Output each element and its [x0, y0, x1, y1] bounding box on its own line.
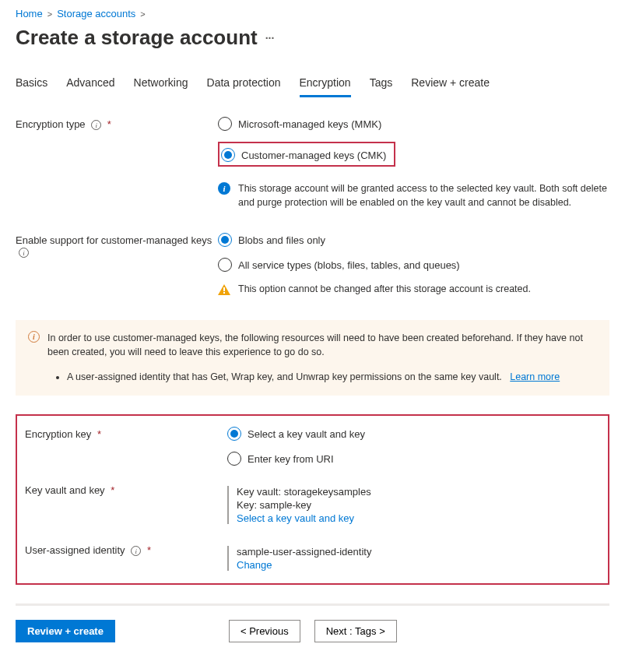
breadcrumb-storage-accounts[interactable]: Storage accounts [57, 8, 135, 19]
info-icon: i [28, 331, 40, 343]
review-create-button[interactable]: Review + create [16, 620, 115, 642]
cmk-support-warning: This option cannot be changed after this… [218, 283, 609, 297]
radio-icon [227, 427, 241, 441]
previous-button[interactable]: < Previous [229, 620, 300, 642]
radio-icon [218, 258, 232, 272]
breadcrumb-home[interactable]: Home [16, 8, 43, 19]
user-assigned-identity-value: sample-user-assigned-identity Change [227, 546, 600, 571]
callout-bullet: A user-assigned identity that has Get, W… [67, 369, 597, 385]
breadcrumb: Home > Storage accounts > [16, 8, 609, 19]
page-title: Create a storage account ··· [16, 26, 609, 50]
tab-advanced[interactable]: Advanced [66, 72, 114, 97]
wizard-footer: Review + create < Previous Next : Tags > [16, 620, 609, 642]
required-indicator: * [97, 428, 101, 440]
select-keyvault-link[interactable]: Select a key vault and key [237, 512, 354, 524]
tab-data-protection[interactable]: Data protection [207, 72, 281, 97]
highlight-key-settings: Encryption key * Select a key vault and … [16, 414, 609, 585]
chevron-right-icon: > [47, 9, 52, 19]
radio-cmk-label: Customer-managed keys (CMK) [241, 150, 386, 161]
tab-tags[interactable]: Tags [370, 72, 393, 97]
cmk-info-text: This storage account will be granted acc… [238, 182, 609, 209]
radio-icon [218, 117, 232, 131]
footer-divider [16, 603, 609, 606]
keyvault-value: Key vault: storagekeysamples [237, 486, 600, 498]
radio-mmk[interactable]: Microsoft-managed keys (MMK) [218, 117, 609, 131]
tab-networking[interactable]: Networking [134, 72, 188, 97]
chevron-right-icon: > [140, 9, 145, 19]
radio-select-keyvault[interactable]: Select a key vault and key [227, 427, 600, 441]
svg-rect-1 [223, 292, 225, 294]
tab-encryption[interactable]: Encryption [300, 72, 351, 97]
info-icon: i [218, 182, 230, 195]
key-value: Key: sample-key [237, 499, 600, 511]
callout-text: In order to use customer-managed keys, t… [47, 331, 597, 361]
page-title-text: Create a storage account [16, 26, 258, 50]
user-assigned-identity-label: User-assigned identity i * [25, 543, 227, 572]
prerequisites-callout: i In order to use customer-managed keys,… [16, 320, 609, 396]
radio-icon [218, 233, 232, 247]
next-button[interactable]: Next : Tags > [314, 620, 397, 642]
encryption-type-label: Encryption type i * [16, 117, 218, 225]
cmk-support-warning-text: This option cannot be changed after this… [238, 283, 531, 297]
radio-cmk[interactable]: Customer-managed keys (CMK) [221, 148, 386, 162]
svg-rect-0 [223, 287, 225, 291]
radio-icon [221, 148, 235, 162]
identity-value: sample-user-assigned-identity [237, 546, 600, 558]
required-indicator: * [107, 118, 111, 130]
cmk-info-note: i This storage account will be granted a… [218, 182, 609, 209]
radio-all-services[interactable]: All service types (blobs, files, tables,… [218, 258, 609, 272]
required-indicator: * [111, 484, 114, 496]
radio-blobs-files[interactable]: Blobs and files only [218, 233, 609, 247]
info-icon[interactable]: i [91, 120, 101, 130]
cmk-support-label: Enable support for customer-managed keys… [16, 233, 218, 312]
change-identity-link[interactable]: Change [237, 559, 272, 571]
info-icon[interactable]: i [131, 546, 141, 556]
learn-more-link[interactable]: Learn more [510, 371, 560, 382]
radio-enter-uri[interactable]: Enter key from URI [227, 452, 600, 466]
required-indicator: * [147, 544, 151, 556]
tab-review-create[interactable]: Review + create [411, 72, 490, 97]
encryption-key-label: Encryption key * [25, 427, 227, 469]
keyvault-key-value: Key vault: storagekeysamples Key: sample… [227, 486, 600, 524]
radio-select-keyvault-label: Select a key vault and key [248, 428, 365, 440]
warning-icon [218, 284, 230, 295]
wizard-tabs: Basics Advanced Networking Data protecti… [16, 72, 609, 98]
radio-blobs-files-label: Blobs and files only [238, 234, 325, 246]
radio-icon [227, 452, 241, 466]
radio-mmk-label: Microsoft-managed keys (MMK) [238, 118, 381, 130]
radio-all-services-label: All service types (blobs, files, tables,… [238, 259, 460, 271]
keyvault-key-label: Key vault and key * [25, 483, 227, 526]
highlight-cmk-option: Customer-managed keys (CMK) [218, 142, 395, 167]
info-icon[interactable]: i [19, 248, 29, 258]
radio-enter-uri-label: Enter key from URI [248, 453, 334, 465]
more-menu-icon[interactable]: ··· [265, 32, 275, 44]
tab-basics[interactable]: Basics [16, 72, 47, 97]
